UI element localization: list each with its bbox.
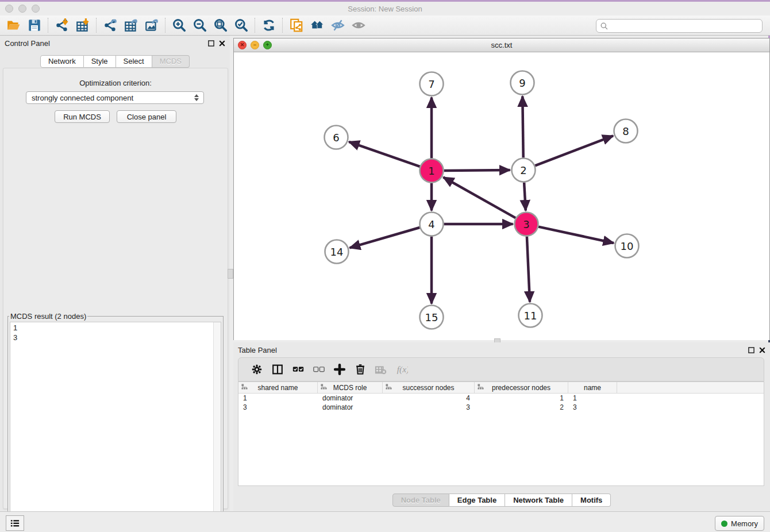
node-11[interactable]: 11	[519, 304, 542, 327]
mcds-result-text[interactable]: 13	[10, 322, 221, 528]
save-session-button[interactable]	[24, 17, 45, 34]
tab-motifs[interactable]: Motifs	[572, 494, 611, 507]
select-all-icon	[292, 363, 305, 376]
export-table-button[interactable]	[121, 17, 141, 34]
export-image-button[interactable]	[141, 17, 162, 34]
tab-style[interactable]: Style	[84, 55, 116, 68]
tab-network[interactable]: Network	[40, 55, 84, 68]
criterion-select[interactable]: strongly connected component	[26, 91, 204, 104]
split-columns-button[interactable]	[267, 363, 288, 376]
add-row-button[interactable]	[329, 363, 350, 376]
search-icon	[600, 22, 609, 30]
edge-2-8[interactable]	[535, 136, 613, 165]
network-view-window: ✕ − + scc.txt 1234678910111415	[233, 38, 770, 340]
edge-1-6[interactable]	[349, 142, 420, 167]
edge-4-14[interactable]	[350, 228, 420, 248]
network-window-title: scc.txt	[234, 41, 769, 49]
delete-table-icon	[375, 363, 387, 376]
export-image-icon	[144, 18, 159, 33]
table-row[interactable]: 3dominator323	[238, 403, 764, 412]
function-builder-button[interactable]: f(x)	[391, 363, 412, 376]
import-network-button[interactable]	[52, 17, 72, 34]
network-window-titlebar[interactable]: ✕ − + scc.txt	[234, 38, 769, 52]
float-table-panel-icon[interactable]	[748, 347, 754, 353]
node-table[interactable]: shared nameMCDS rolesuccessor nodesprede…	[238, 381, 764, 486]
home-button[interactable]	[307, 17, 328, 34]
edge-2-3[interactable]	[524, 183, 526, 211]
table-row[interactable]: 1dominator411	[238, 394, 764, 403]
clone-network-icon	[289, 18, 304, 33]
edge-3-11[interactable]	[527, 237, 530, 302]
node-15[interactable]: 15	[420, 306, 444, 329]
toolbar-separator	[96, 18, 97, 33]
table-header-row: shared nameMCDS rolesuccessor nodesprede…	[238, 382, 764, 394]
node-1[interactable]: 1	[420, 159, 444, 183]
tab-network-table[interactable]: Network Table	[505, 494, 572, 507]
export-network-button[interactable]	[100, 17, 121, 34]
deselect-all-icon	[313, 363, 325, 376]
node-14[interactable]: 14	[325, 240, 349, 264]
close-table-panel-icon[interactable]	[759, 347, 765, 353]
node-3[interactable]: 3	[515, 213, 538, 236]
close-panel-icon[interactable]	[219, 40, 225, 47]
clone-network-button[interactable]	[286, 17, 307, 34]
memory-status-icon	[721, 521, 727, 527]
tab-select[interactable]: Select	[116, 55, 152, 68]
svg-text:14: 14	[330, 246, 344, 258]
zoom-out-button[interactable]	[190, 17, 210, 34]
edge-3-1[interactable]	[444, 178, 516, 218]
edge-1-2[interactable]	[444, 170, 510, 171]
show-panels-button[interactable]	[348, 17, 369, 34]
search-input[interactable]	[609, 20, 762, 32]
criterion-value: strongly connected component	[26, 94, 192, 102]
zoom-fit-button[interactable]	[210, 17, 231, 34]
search-box[interactable]	[596, 19, 763, 33]
run-mcds-button[interactable]: Run MCDS	[55, 110, 110, 123]
column-header-shared-name[interactable]: shared name	[238, 382, 318, 393]
edge-3-10[interactable]	[538, 227, 614, 243]
column-header-MCDS-role[interactable]: MCDS role	[318, 382, 383, 393]
float-panel-icon[interactable]	[208, 40, 214, 47]
open-session-icon	[6, 18, 21, 33]
svg-text:7: 7	[428, 78, 434, 90]
node-2[interactable]: 2	[512, 159, 536, 182]
tab-mcds[interactable]: MCDS	[152, 55, 190, 68]
hide-panels-button[interactable]	[328, 17, 348, 34]
apply-layout-button[interactable]	[259, 17, 279, 34]
tab-edge-table[interactable]: Edge Table	[449, 494, 505, 507]
edge-2-9[interactable]	[522, 97, 523, 158]
node-8[interactable]: 8	[614, 119, 638, 143]
open-session-button[interactable]	[3, 17, 24, 34]
result-scrollbar[interactable]	[213, 322, 221, 527]
select-all-button[interactable]	[288, 363, 309, 376]
column-header-predecessor-nodes[interactable]: predecessor nodes	[475, 382, 568, 393]
node-4[interactable]: 4	[420, 213, 444, 236]
tab-node-table[interactable]: Node Table	[392, 494, 449, 507]
apply-layout-icon	[261, 18, 276, 33]
split-columns-icon	[271, 363, 284, 376]
column-header-successor-nodes[interactable]: successor nodes	[383, 382, 475, 393]
task-history-button[interactable]	[6, 515, 24, 531]
zoom-in-icon	[172, 18, 187, 33]
zoom-in-button[interactable]	[169, 17, 190, 34]
delete-table-button[interactable]	[371, 363, 391, 376]
svg-text:6: 6	[333, 132, 339, 144]
vertical-splitter-grip[interactable]	[228, 269, 233, 279]
delete-row-button[interactable]	[350, 363, 371, 376]
close-panel-button[interactable]: Close panel	[117, 110, 176, 123]
import-table-button[interactable]	[72, 17, 93, 34]
gear-button[interactable]	[247, 363, 267, 376]
zoom-fit-icon	[213, 18, 228, 33]
control-panel: Control Panel NetworkStyleSelectMCDS Opt…	[0, 36, 230, 511]
node-9[interactable]: 9	[511, 71, 534, 95]
node-6[interactable]: 6	[325, 126, 348, 149]
memory-button[interactable]: Memory	[715, 516, 764, 531]
deselect-all-button[interactable]	[309, 363, 329, 376]
node-7[interactable]: 7	[420, 72, 444, 96]
zoom-selected-button[interactable]	[231, 17, 252, 34]
network-graph-canvas[interactable]: 1234678910111415	[234, 52, 769, 340]
export-table-icon	[124, 18, 138, 33]
node-10[interactable]: 10	[615, 234, 639, 258]
column-header-name[interactable]: name	[568, 382, 617, 393]
zoom-out-icon	[192, 18, 207, 33]
